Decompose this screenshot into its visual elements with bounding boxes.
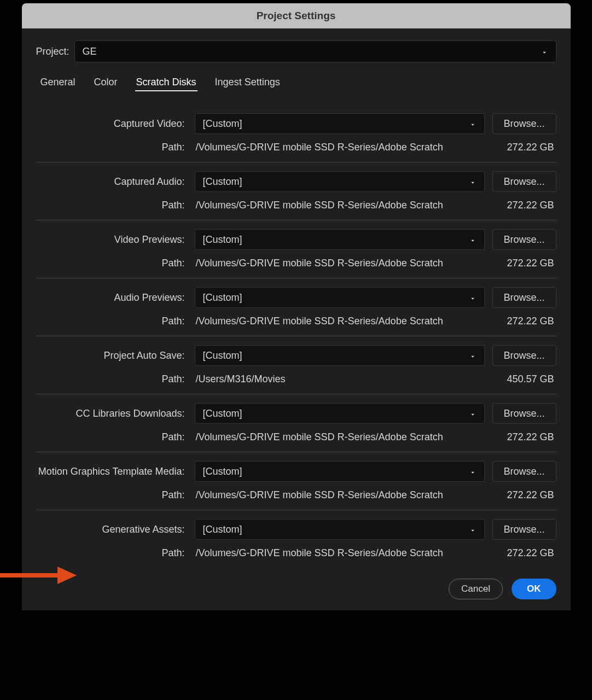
- browse-button-generative_assets[interactable]: Browse...: [492, 519, 556, 540]
- dropdown-cc_libraries_downloads[interactable]: [Custom]: [195, 403, 485, 424]
- path-label: Path:: [36, 258, 187, 269]
- path-value-motion_graphics_template_media: /Volumes/G-DRIVE mobile SSD R-Series/Ado…: [187, 489, 485, 501]
- size-value-captured_audio: 272.22 GB: [485, 200, 556, 211]
- size-value-motion_graphics_template_media: 272.22 GB: [485, 489, 556, 501]
- chevron-down-icon: [469, 236, 477, 243]
- path-value-cc_libraries_downloads: /Volumes/G-DRIVE mobile SSD R-Series/Ado…: [187, 431, 485, 443]
- section-cc_libraries_downloads: CC Libraries Downloads: [Custom] Browse.…: [36, 394, 556, 452]
- chevron-down-icon: [469, 410, 477, 417]
- field-label-audio_previews: Audio Previews:: [36, 292, 187, 304]
- browse-button-video_previews[interactable]: Browse...: [492, 229, 556, 250]
- path-label: Path:: [36, 316, 187, 327]
- size-value-video_previews: 272.22 GB: [485, 258, 556, 269]
- section-row-path: Path: /Volumes/G-DRIVE mobile SSD R-Seri…: [36, 316, 556, 327]
- path-label: Path:: [36, 142, 187, 153]
- dialog-footer: Cancel OK: [36, 579, 556, 599]
- size-value-generative_assets: 272.22 GB: [485, 547, 556, 559]
- section-project_auto_save: Project Auto Save: [Custom] Browse... Pa…: [36, 336, 556, 394]
- dropdown-value: [Custom]: [203, 408, 242, 419]
- chevron-down-icon: [469, 294, 477, 301]
- dropdown-value: [Custom]: [203, 524, 242, 535]
- project-label: Project:: [36, 46, 74, 57]
- dropdown-value: [Custom]: [203, 176, 242, 188]
- dropdown-value: [Custom]: [203, 118, 242, 130]
- scratch-disks-sections: Captured Video: [Custom] Browse... Path:…: [36, 104, 556, 568]
- section-row-path: Path: /Users/M316/Movies 450.57 GB: [36, 374, 556, 385]
- dropdown-project_auto_save[interactable]: [Custom]: [195, 345, 485, 366]
- dropdown-value: [Custom]: [203, 350, 242, 361]
- project-value: GE: [83, 46, 97, 57]
- section-row-controls: Audio Previews: [Custom] Browse...: [36, 287, 556, 308]
- dropdown-captured_video[interactable]: [Custom]: [195, 113, 485, 134]
- section-captured_video: Captured Video: [Custom] Browse... Path:…: [36, 104, 556, 162]
- dropdown-motion_graphics_template_media[interactable]: [Custom]: [195, 461, 485, 482]
- path-value-captured_video: /Volumes/G-DRIVE mobile SSD R-Series/Ado…: [187, 142, 485, 153]
- section-row-controls: Generative Assets: [Custom] Browse...: [36, 519, 556, 540]
- dropdown-audio_previews[interactable]: [Custom]: [195, 287, 485, 308]
- window-titlebar: Project Settings: [22, 3, 571, 28]
- browse-button-motion_graphics_template_media[interactable]: Browse...: [492, 461, 556, 482]
- section-row-path: Path: /Volumes/G-DRIVE mobile SSD R-Seri…: [36, 431, 556, 443]
- size-value-cc_libraries_downloads: 272.22 GB: [485, 431, 556, 443]
- path-label: Path:: [36, 200, 187, 211]
- tab-ingest-settings[interactable]: Ingest Settings: [214, 74, 281, 91]
- dropdown-generative_assets[interactable]: [Custom]: [195, 519, 485, 540]
- section-audio_previews: Audio Previews: [Custom] Browse... Path:…: [36, 278, 556, 336]
- section-captured_audio: Captured Audio: [Custom] Browse... Path:…: [36, 162, 556, 220]
- section-generative_assets: Generative Assets: [Custom] Browse... Pa…: [36, 510, 556, 568]
- size-value-project_auto_save: 450.57 GB: [485, 374, 556, 385]
- path-value-captured_audio: /Volumes/G-DRIVE mobile SSD R-Series/Ado…: [187, 200, 485, 211]
- cancel-button[interactable]: Cancel: [449, 579, 503, 599]
- dropdown-value: [Custom]: [203, 292, 242, 304]
- path-value-generative_assets: /Volumes/G-DRIVE mobile SSD R-Series/Ado…: [187, 547, 485, 559]
- dropdown-value: [Custom]: [203, 466, 242, 477]
- browse-button-project_auto_save[interactable]: Browse...: [492, 345, 556, 366]
- tab-general[interactable]: General: [39, 74, 77, 91]
- section-row-path: Path: /Volumes/G-DRIVE mobile SSD R-Seri…: [36, 489, 556, 501]
- size-value-audio_previews: 272.22 GB: [485, 316, 556, 327]
- tab-color[interactable]: Color: [93, 74, 119, 91]
- path-value-audio_previews: /Volumes/G-DRIVE mobile SSD R-Series/Ado…: [187, 316, 485, 327]
- dropdown-value: [Custom]: [203, 234, 242, 246]
- dropdown-video_previews[interactable]: [Custom]: [195, 229, 485, 250]
- project-select[interactable]: GE: [74, 40, 556, 62]
- tab-scratch-disks[interactable]: Scratch Disks: [135, 74, 198, 91]
- section-row-controls: Video Previews: [Custom] Browse...: [36, 229, 556, 250]
- section-row-path: Path: /Volumes/G-DRIVE mobile SSD R-Seri…: [36, 547, 556, 559]
- section-row-controls: Project Auto Save: [Custom] Browse...: [36, 345, 556, 366]
- window-content: Project: GE General Color Scratch Disks …: [22, 28, 571, 610]
- section-row-controls: Captured Audio: [Custom] Browse...: [36, 171, 556, 192]
- window-title: Project Settings: [257, 10, 336, 22]
- path-label: Path:: [36, 374, 187, 385]
- ok-button[interactable]: OK: [512, 579, 556, 599]
- section-row-controls: Captured Video: [Custom] Browse...: [36, 113, 556, 134]
- path-label: Path:: [36, 489, 187, 501]
- path-label: Path:: [36, 431, 187, 443]
- section-row-controls: Motion Graphics Template Media: [Custom]…: [36, 461, 556, 482]
- project-settings-window: Project Settings Project: GE General Col…: [22, 3, 571, 610]
- section-row-controls: CC Libraries Downloads: [Custom] Browse.…: [36, 403, 556, 424]
- section-video_previews: Video Previews: [Custom] Browse... Path:…: [36, 220, 556, 278]
- field-label-captured_video: Captured Video:: [36, 118, 187, 130]
- path-label: Path:: [36, 547, 187, 559]
- path-value-project_auto_save: /Users/M316/Movies: [187, 374, 485, 385]
- dropdown-captured_audio[interactable]: [Custom]: [195, 171, 485, 192]
- chevron-down-icon: [469, 468, 477, 475]
- section-motion_graphics_template_media: Motion Graphics Template Media: [Custom]…: [36, 452, 556, 510]
- field-label-motion_graphics_template_media: Motion Graphics Template Media:: [36, 466, 187, 477]
- section-row-path: Path: /Volumes/G-DRIVE mobile SSD R-Seri…: [36, 200, 556, 211]
- browse-button-cc_libraries_downloads[interactable]: Browse...: [492, 403, 556, 424]
- size-value-captured_video: 272.22 GB: [485, 142, 556, 153]
- field-label-generative_assets: Generative Assets:: [36, 524, 187, 535]
- chevron-down-icon: [469, 120, 477, 127]
- browse-button-audio_previews[interactable]: Browse...: [492, 287, 556, 308]
- browse-button-captured_video[interactable]: Browse...: [492, 113, 556, 134]
- tabs: General Color Scratch Disks Ingest Setti…: [39, 74, 556, 91]
- field-label-cc_libraries_downloads: CC Libraries Downloads:: [36, 408, 187, 419]
- path-value-video_previews: /Volumes/G-DRIVE mobile SSD R-Series/Ado…: [187, 258, 485, 269]
- field-label-video_previews: Video Previews:: [36, 234, 187, 246]
- section-row-path: Path: /Volumes/G-DRIVE mobile SSD R-Seri…: [36, 258, 556, 269]
- project-row: Project: GE: [36, 40, 556, 62]
- field-label-captured_audio: Captured Audio:: [36, 176, 187, 188]
- browse-button-captured_audio[interactable]: Browse...: [492, 171, 556, 192]
